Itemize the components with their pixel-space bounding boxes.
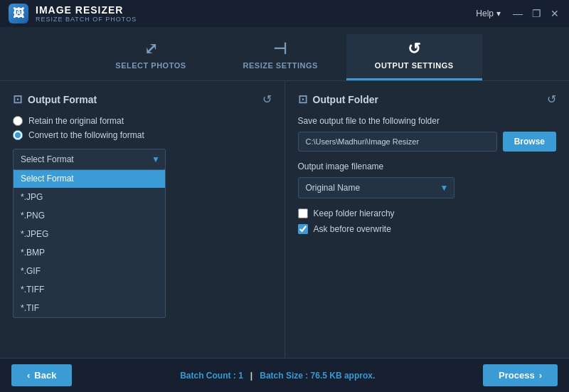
restore-button[interactable]: ❐ (531, 8, 542, 19)
save-label: Save output file to the following folder (298, 116, 557, 126)
output-format-panel: ⊡ Output Format ↺ Retain the original fo… (0, 81, 285, 362)
resize-settings-icon: ⊣ (273, 40, 287, 58)
radio-retain[interactable] (13, 116, 23, 126)
main-content: ⊡ Output Format ↺ Retain the original fo… (0, 81, 569, 362)
output-folder-header: ⊡ Output Folder (298, 92, 557, 106)
resize-settings-label: RESIZE SETTINGS (243, 61, 318, 70)
app-icon: 🖼 (9, 4, 28, 23)
help-button[interactable]: Help ▾ (476, 9, 501, 18)
keep-hierarchy-label[interactable]: Keep folder hierarchy (298, 208, 557, 218)
back-chevron: ‹ (27, 370, 30, 381)
batch-count-label: Batch Count : (180, 371, 236, 381)
step-output-settings[interactable]: ↺ OUTPUT SETTINGS (346, 34, 482, 80)
dropdown-item-tif[interactable]: *.TIF (14, 299, 165, 317)
process-chevron: › (539, 370, 542, 381)
batch-size-label: Batch Size : (260, 371, 308, 381)
radio-retain-label[interactable]: Retain the original format (13, 116, 272, 126)
output-format-title: Output Format (28, 94, 97, 105)
format-radio-group: Retain the original format Convert to th… (13, 116, 272, 140)
process-button[interactable]: Process › (483, 364, 558, 386)
output-folder-title: Output Folder (313, 94, 379, 105)
dropdown-item-jpeg[interactable]: *.JPEG (14, 225, 165, 243)
step-select-photos[interactable]: ⤢ SELECT PHOTOS (87, 34, 214, 80)
ask-overwrite-label[interactable]: Ask before overwrite (298, 224, 557, 234)
batch-count-value: 1 (238, 371, 243, 381)
process-label: Process (499, 370, 535, 381)
ask-overwrite-checkbox[interactable] (298, 224, 308, 234)
format-refresh-button[interactable]: ↺ (262, 92, 272, 106)
step-resize-settings[interactable]: ⊣ RESIZE SETTINGS (215, 34, 346, 80)
filename-select-wrapper: Original Name Custom Name ▼ (298, 177, 454, 198)
app-subtitle: RESIZE BATCH OF PHOTOS (36, 16, 137, 23)
keep-hierarchy-text: Keep folder hierarchy (314, 208, 395, 218)
title-bar: 🖼 IMAGE RESIZER RESIZE BATCH OF PHOTOS H… (0, 0, 569, 27)
format-select-wrapper: Select Format *.JPG *.PNG *.JPEG *.BMP *… (13, 149, 166, 170)
app-name: IMAGE RESIZER (36, 4, 137, 16)
back-label: Back (34, 370, 56, 381)
keep-hierarchy-checkbox[interactable] (298, 208, 308, 218)
format-dropdown-list: Select Format *.JPG *.PNG *.JPEG *.BMP *… (13, 169, 166, 318)
dropdown-item-png[interactable]: *.PNG (14, 206, 165, 225)
app-title-text: IMAGE RESIZER RESIZE BATCH OF PHOTOS (36, 4, 137, 23)
batch-info: Batch Count : 1 | Batch Size : 76.5 KB a… (180, 371, 375, 381)
ask-overwrite-text: Ask before overwrite (314, 224, 391, 234)
output-folder-icon: ⊡ (298, 92, 307, 106)
filename-label: Output image filename (298, 161, 557, 171)
wizard-steps: ⤢ SELECT PHOTOS ⊣ RESIZE SETTINGS ↺ OUTP… (0, 27, 569, 81)
back-button[interactable]: ‹ Back (11, 364, 72, 386)
radio-convert[interactable] (13, 130, 23, 140)
browse-button[interactable]: Browse (503, 132, 556, 152)
dropdown-item-select[interactable]: Select Format (14, 169, 165, 188)
dropdown-item-jpg[interactable]: *.JPG (14, 188, 165, 206)
format-select[interactable]: Select Format *.JPG *.PNG *.JPEG *.BMP *… (13, 149, 166, 170)
title-bar-right: Help ▾ — ❐ ✕ (476, 8, 560, 19)
output-format-icon: ⊡ (13, 92, 22, 106)
folder-refresh-button[interactable]: ↺ (547, 92, 556, 106)
title-bar-left: 🖼 IMAGE RESIZER RESIZE BATCH OF PHOTOS (9, 4, 137, 23)
folder-path-input[interactable] (298, 132, 497, 152)
select-photos-label: SELECT PHOTOS (115, 61, 186, 70)
filename-select[interactable]: Original Name Custom Name (298, 177, 454, 198)
dropdown-item-gif[interactable]: *.GIF (14, 262, 165, 280)
radio-convert-label[interactable]: Convert to the following format (13, 130, 272, 140)
output-settings-label: OUTPUT SETTINGS (375, 61, 454, 70)
dropdown-item-bmp[interactable]: *.BMP (14, 243, 165, 262)
close-button[interactable]: ✕ (549, 8, 560, 19)
checkbox-group: Keep folder hierarchy Ask before overwri… (298, 208, 557, 234)
output-settings-icon: ↺ (408, 40, 421, 58)
minimize-button[interactable]: — (512, 8, 523, 19)
folder-input-row: Browse (298, 132, 557, 152)
dropdown-item-tiff[interactable]: *.TIFF (14, 280, 165, 299)
output-format-header: ⊡ Output Format (13, 92, 272, 106)
batch-size-value: 76.5 KB approx. (311, 371, 376, 381)
bottom-bar: ‹ Back Batch Count : 1 | Batch Size : 76… (0, 358, 569, 392)
select-photos-icon: ⤢ (144, 40, 158, 58)
window-controls: — ❐ ✕ (512, 8, 560, 19)
output-folder-panel: ⊡ Output Folder ↺ Save output file to th… (285, 81, 570, 362)
